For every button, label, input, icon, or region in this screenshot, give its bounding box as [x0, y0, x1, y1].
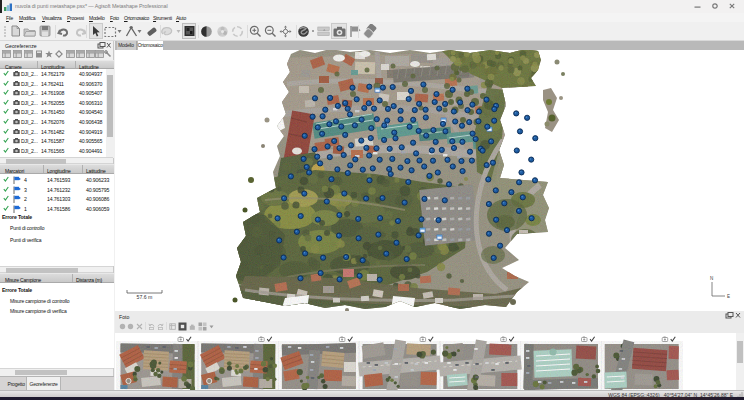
svg-text:57.6 m: 57.6 m [137, 294, 153, 300]
svg-text:N: N [710, 276, 713, 281]
svg-text:E: E [727, 294, 730, 299]
